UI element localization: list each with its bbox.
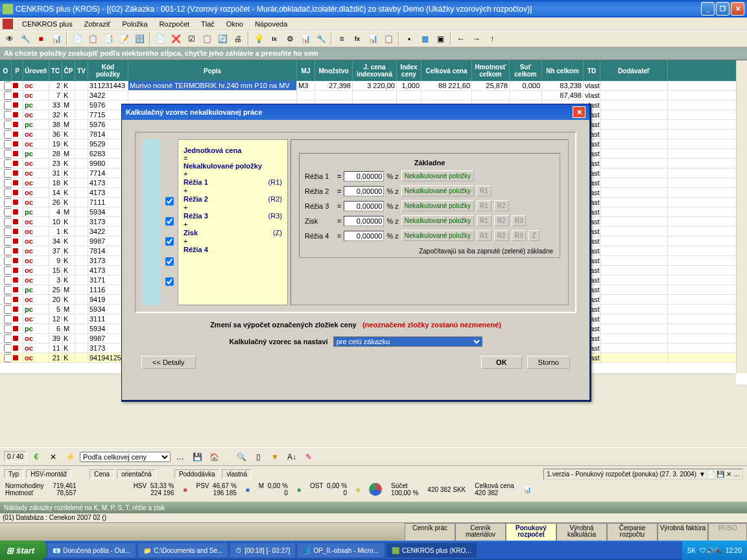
tool-20[interactable]: ≡	[335, 32, 349, 46]
chart-icon[interactable]: 📊	[523, 486, 531, 493]
bt-3[interactable]: ⚡	[63, 450, 77, 464]
detaily-button[interactable]: << Detaily	[141, 356, 196, 369]
table-row[interactable]: oc7K342287,498vlast.	[0, 91, 747, 100]
btn-r3-4[interactable]: R3	[512, 215, 527, 226]
bt-1[interactable]: €	[29, 450, 43, 464]
bt-sort[interactable]: A↓	[285, 450, 299, 464]
tool-14[interactable]: 🔄	[215, 32, 230, 46]
menu-rozpocet[interactable]: Rozpočet	[154, 19, 195, 29]
col-cp[interactable]: ČP	[62, 60, 75, 81]
col-jcena[interactable]: J. cena indexovaná	[353, 60, 397, 81]
input-r2[interactable]	[344, 186, 384, 196]
tool-15[interactable]: 🖨	[231, 32, 245, 46]
tool-23[interactable]: ▪	[402, 32, 416, 46]
col-td[interactable]: TD	[584, 60, 600, 81]
tool-4[interactable]: 📊	[49, 32, 64, 46]
tool-left[interactable]: ←	[454, 32, 468, 46]
menu-okno[interactable]: Okno	[221, 19, 248, 29]
col-hmotnost[interactable]: Hmotnosť celkom	[472, 60, 510, 81]
tool-19[interactable]: 🔧	[314, 32, 328, 46]
chk-r4[interactable]	[165, 277, 174, 286]
col-tc[interactable]: TC	[49, 60, 62, 81]
btn-r1-5[interactable]: R1	[477, 230, 492, 241]
btn-r1-2[interactable]: R1	[477, 185, 492, 196]
col-tv[interactable]: TV	[75, 60, 88, 81]
tool-24[interactable]: ▦	[418, 32, 432, 46]
tool-right[interactable]: →	[469, 32, 484, 46]
btn-np-1[interactable]: Nekalkulované položky	[401, 170, 474, 181]
minimize-button[interactable]: _	[701, 2, 715, 16]
tool-21[interactable]: 📊	[366, 32, 380, 46]
bt-7[interactable]: ▯	[251, 450, 265, 464]
btn-np-3[interactable]: Nekalkulované položky	[401, 200, 474, 211]
col-uroven[interactable]: Úroveň	[23, 60, 49, 81]
ok-button[interactable]: OK	[481, 356, 522, 369]
menu-napoveda[interactable]: Nápoveda	[250, 19, 292, 29]
task-timer[interactable]: ⏱ [00:18] [- 03:27]	[230, 542, 296, 558]
task-word[interactable]: 📘 OP_II.-obsah - Micro...	[297, 542, 385, 558]
col-dodavatel[interactable]: Dodávateľ	[600, 60, 668, 81]
col-p[interactable]: P	[12, 60, 23, 81]
tool-12[interactable]: ☑	[184, 32, 198, 46]
input-zisk[interactable]	[344, 216, 384, 226]
tool-16[interactable]: 💡	[252, 32, 266, 46]
btn-np-2[interactable]: Nekalkulované položky	[401, 185, 474, 196]
tool-ix[interactable]: Ix	[267, 32, 281, 46]
menu-zobrazit[interactable]: Zobraziť	[79, 19, 116, 29]
tool-3[interactable]: ■	[34, 32, 48, 46]
menu-polozka[interactable]: Položka	[117, 19, 152, 29]
tool-fx[interactable]: fx	[350, 32, 364, 46]
chk-r2[interactable]	[165, 217, 174, 226]
start-button[interactable]: ⊞štart	[0, 541, 46, 560]
btn-r2-4[interactable]: R2	[494, 215, 509, 226]
table-row[interactable]: oc2K311231443Murivo nosné TERMOBRIK hr.2…	[0, 81, 747, 91]
bt-filter[interactable]: ▼	[268, 450, 282, 464]
menu-app[interactable]: CENKROS plus	[17, 19, 78, 29]
tab-cennik-prac[interactable]: Cenník prác	[405, 523, 455, 541]
dialog-titlebar[interactable]: Kalkulačný vzorec nekalkulovanej práce ✕	[122, 104, 589, 120]
btn-np-5[interactable]: Nekalkulované položky	[401, 230, 474, 241]
sort-combo[interactable]: Podľa celkovej ceny	[80, 452, 171, 462]
btn-r2-5[interactable]: R2	[494, 230, 509, 241]
chk-r1[interactable]	[165, 197, 174, 205]
tool-6[interactable]: 📋	[86, 32, 100, 46]
system-tray[interactable]: SK 🛡🔊🔌 12:20	[682, 541, 747, 560]
group-by-hint[interactable]: Ak chcete položky zoskupiť podľa niektor…	[0, 47, 747, 60]
col-nh[interactable]: Nh celkom	[542, 60, 584, 81]
version-bar[interactable]: 1.verzia - Ponukový rozpočet (ponuka) (2…	[543, 469, 743, 480]
tool-7[interactable]: 📑	[101, 32, 115, 46]
tab-cennik-mat[interactable]: Cenník materiálov	[455, 523, 506, 541]
tool-9[interactable]: 🔢	[132, 32, 147, 46]
col-kod[interactable]: Kód položky	[88, 60, 128, 81]
dialog-close-button[interactable]: ✕	[573, 106, 586, 118]
bt-4[interactable]: …	[173, 450, 187, 464]
tool-10[interactable]: 📄	[153, 32, 167, 46]
btn-np-4[interactable]: Nekalkulované položky	[401, 215, 474, 226]
task-outlook[interactable]: 📧 Doručená pošta - Out...	[47, 542, 136, 558]
chk-zisk[interactable]	[165, 257, 174, 266]
col-mj[interactable]: MJ	[297, 60, 315, 81]
tool-up[interactable]: ↑	[485, 32, 499, 46]
tool-17[interactable]: ⚙	[283, 32, 297, 46]
tool-5[interactable]: 📄	[70, 32, 84, 46]
col-popis[interactable]: Popis	[128, 60, 297, 81]
bt-8[interactable]: ✎	[302, 450, 316, 464]
btn-z-5[interactable]: Z	[528, 230, 539, 241]
task-cenkros[interactable]: 🟩 CENKROS plus (KRO...	[386, 542, 477, 558]
tool-8[interactable]: 📝	[117, 32, 131, 46]
tool-11[interactable]: ❌	[169, 32, 183, 46]
tab-vyrobna-kalk[interactable]: Výrobná kalkulácia	[556, 523, 607, 541]
task-explorer[interactable]: 📁 C:\Documents and Se...	[137, 542, 228, 558]
storno-button[interactable]: Storno	[527, 356, 570, 369]
tab-cerpanie[interactable]: Čerpanie rozpočtu	[607, 523, 658, 541]
col-sut[interactable]: Suť celkom	[510, 60, 542, 81]
tab-vyrobna-fakt[interactable]: Výrobná faktúra	[658, 523, 708, 541]
input-r1[interactable]	[344, 171, 384, 181]
btn-r3-5[interactable]: R3	[512, 230, 527, 241]
col-celkova[interactable]: Celková cena	[421, 60, 472, 81]
col-mnozstvo[interactable]: Množstvo	[315, 60, 353, 81]
input-r4[interactable]	[344, 231, 384, 241]
col-index[interactable]: Index ceny	[397, 60, 421, 81]
tab-ponukovy[interactable]: Ponukový rozpočet	[506, 523, 556, 541]
bt-2[interactable]: ✕	[46, 450, 60, 464]
